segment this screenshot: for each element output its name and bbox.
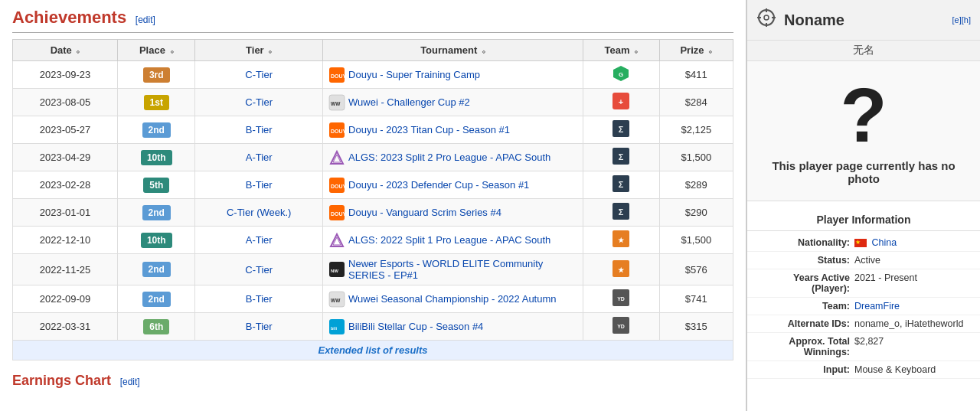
player-photo-area: ? This player page currently has no phot… <box>747 61 980 201</box>
player-edit-link[interactable]: [e][h] <box>952 15 971 24</box>
nationality-link[interactable]: China <box>871 237 897 248</box>
cell-tier: B-Tier <box>195 313 323 341</box>
svg-text:NW: NW <box>331 269 338 273</box>
cell-prize: $1,500 <box>659 227 733 254</box>
place-badge: 1st <box>144 95 169 110</box>
tier-link[interactable]: A-Tier <box>246 152 273 163</box>
years-value: 2021 - Present <box>854 272 972 294</box>
earnings-edit-link[interactable]: [edit] <box>120 377 140 387</box>
tournament-link[interactable]: Wuwei Seasonal Championship - 2022 Autum… <box>348 293 556 305</box>
tier-link[interactable]: C-Tier <box>245 264 273 276</box>
col-header-tier[interactable]: Tier ⬦ <box>195 40 323 61</box>
tournament-link[interactable]: Douyu - 2023 Titan Cup - Season #1 <box>348 124 510 135</box>
player-logo-icon <box>756 8 776 32</box>
svg-text:DOUYU: DOUYU <box>331 211 350 217</box>
tier-link[interactable]: C-Tier <box>245 96 273 108</box>
tier-link[interactable]: C-Tier (Week.) <box>227 207 292 218</box>
tournament-link[interactable]: BiliBili Stellar Cup - Season #4 <box>348 321 483 332</box>
cell-team: Σ <box>583 171 660 199</box>
col-header-tournament[interactable]: Tournament ⬦ <box>323 40 583 61</box>
player-name: Noname <box>784 11 844 29</box>
cell-date: 2022-09-09 <box>13 285 118 313</box>
cell-prize: $741 <box>659 285 733 313</box>
right-panel: Noname [e][h] 无名 ? This player page curr… <box>746 0 980 411</box>
tier-link[interactable]: A-Tier <box>246 234 273 246</box>
tournament-link[interactable]: Douyu - 2023 Defender Cup - Season #1 <box>348 179 529 191</box>
extended-results-cell: Extended list of results <box>13 341 733 360</box>
info-row-years: Years Active (Player): 2021 - Present <box>747 269 980 298</box>
nationality-value: China <box>854 237 972 248</box>
team-icon: ★ <box>612 230 629 247</box>
cell-tier: A-Tier <box>195 144 323 171</box>
svg-text:G: G <box>619 71 623 78</box>
extended-results-link[interactable]: Extended list of results <box>318 344 427 356</box>
cell-team: G <box>583 61 660 89</box>
cell-date: 2023-02-28 <box>13 171 118 199</box>
tournament-link[interactable]: Newer Esports - WORLD ELITE Community SE… <box>348 258 577 281</box>
place-badge: 2nd <box>142 122 171 138</box>
svg-text:★: ★ <box>618 266 625 274</box>
alt-ids-value: noname_o, iHatetheworld <box>854 318 972 329</box>
cell-team: YD <box>583 313 660 341</box>
svg-text:DOUYU: DOUYU <box>331 73 350 79</box>
cell-date: 2023-09-23 <box>13 61 118 89</box>
info-row-status: Status: Active <box>747 252 980 269</box>
svg-text:WW: WW <box>331 298 341 303</box>
svg-text:YD: YD <box>617 296 625 302</box>
player-info-section: Player Information Nationality: China St… <box>747 201 980 387</box>
achievements-edit-link[interactable]: [edit] <box>136 15 155 25</box>
place-badge: 6th <box>143 319 169 334</box>
tier-link[interactable]: B-Tier <box>246 124 273 135</box>
team-icon: ★ <box>612 260 629 277</box>
place-badge: 2nd <box>142 262 171 277</box>
cell-team: Σ <box>583 116 660 144</box>
place-badge: 10th <box>141 150 172 165</box>
tournament-icon: DOUYU <box>329 122 345 138</box>
no-photo-text: This player page currently has no photo <box>763 159 965 185</box>
input-value: Mouse & Keyboard <box>854 364 972 375</box>
tournament-icon: bili <box>329 319 345 334</box>
team-icon: Σ <box>612 175 629 192</box>
col-header-prize[interactable]: Prize ⬦ <box>659 40 733 61</box>
cell-place: 5th <box>118 171 195 199</box>
tier-link[interactable]: C-Tier <box>245 69 273 80</box>
cell-tournament: DOUYU Douyu - Super Training Camp <box>323 61 583 89</box>
cell-team: ★ <box>583 227 660 254</box>
player-header-text: Noname <box>784 11 844 29</box>
sort-arrows-tournament: ⬦ <box>482 47 485 55</box>
info-row-alt-ids: Alternate IDs: noname_o, iHatetheworld <box>747 315 980 333</box>
sort-arrows-team: ⬦ <box>634 47 638 55</box>
team-icon: Σ <box>612 148 629 165</box>
team-icon: Σ <box>612 120 629 137</box>
cell-team: Σ <box>583 144 660 171</box>
tournament-link[interactable]: Douyu - Vanguard Scrim Series #4 <box>348 207 501 218</box>
svg-text:Σ: Σ <box>619 207 624 217</box>
tier-link[interactable]: B-Tier <box>246 179 273 191</box>
team-link[interactable]: DreamFire <box>854 301 900 312</box>
player-info-title: Player Information <box>747 209 980 231</box>
cell-tier: B-Tier <box>195 285 323 313</box>
col-header-date[interactable]: Date ⬦ <box>13 40 118 61</box>
cell-date: 2023-04-29 <box>13 144 118 171</box>
place-badge: 2nd <box>142 205 171 220</box>
svg-point-45 <box>764 15 769 20</box>
tournament-link[interactable]: ALGS: 2022 Split 1 Pro League - APAC Sou… <box>348 234 550 246</box>
tournament-link[interactable]: Wuwei - Challenger Cup #2 <box>348 96 470 108</box>
col-header-place[interactable]: Place ⬦ <box>118 40 195 61</box>
tier-link[interactable]: B-Tier <box>246 321 273 332</box>
tournament-link[interactable]: ALGS: 2023 Split 2 Pro League - APAC Sou… <box>348 152 550 163</box>
cell-prize: $315 <box>659 313 733 341</box>
cell-place: 2nd <box>118 254 195 285</box>
svg-text:★: ★ <box>618 236 625 244</box>
table-row: 2022-03-31 6th B-Tier bili BiliBili Stel… <box>13 313 733 341</box>
cell-tier: B-Tier <box>195 171 323 199</box>
table-header-row: Date ⬦ Place ⬦ Tier ⬦ Tournament ⬦ Team … <box>13 40 733 61</box>
tournament-link[interactable]: Douyu - Super Training Camp <box>348 69 480 80</box>
extended-results-row: Extended list of results <box>13 341 733 360</box>
cell-place: 2nd <box>118 285 195 313</box>
tier-link[interactable]: B-Tier <box>246 293 273 305</box>
cell-team: ★ <box>583 254 660 285</box>
cell-tournament: WW Wuwei Seasonal Championship - 2022 Au… <box>323 285 583 313</box>
cell-place: 6th <box>118 313 195 341</box>
col-header-team[interactable]: Team ⬦ <box>583 40 660 61</box>
